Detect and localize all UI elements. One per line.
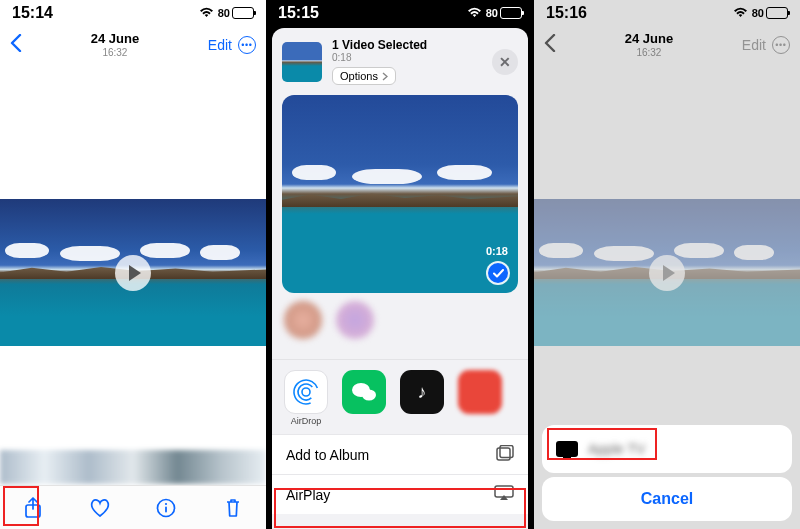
svg-point-6: [291, 377, 321, 407]
svg-point-8: [362, 390, 376, 401]
airplay-device[interactable]: Apple TV: [542, 431, 792, 467]
clock: 15:14: [12, 4, 53, 22]
heart-icon[interactable]: [88, 496, 112, 520]
back-button[interactable]: [10, 34, 22, 56]
airplay-icon: [494, 485, 514, 504]
battery-pct: 80: [486, 7, 498, 19]
album-icon: [496, 445, 514, 464]
share-icon[interactable]: [21, 496, 45, 520]
app-label: AirDrop: [284, 416, 328, 426]
device-name: Apple TV: [588, 441, 645, 457]
bottom-toolbar: [0, 485, 266, 529]
battery-indicator: 80: [486, 7, 522, 19]
wifi-icon: [467, 4, 482, 22]
share-apps-row: AirDrop ♪: [272, 359, 528, 434]
app-wechat[interactable]: [342, 370, 386, 426]
wifi-icon: [199, 4, 214, 22]
svg-point-5: [295, 381, 317, 403]
svg-point-2: [165, 502, 167, 504]
filmstrip-thumbnails[interactable]: [0, 450, 266, 484]
row-add-to-album[interactable]: Add to Album: [272, 434, 528, 474]
play-icon[interactable]: [115, 255, 151, 291]
options-button[interactable]: Options: [332, 67, 396, 85]
share-sheet: 1 Video Selected 0:18 Options ✕ 0:18 Air…: [272, 28, 528, 529]
row-label: AirPlay: [286, 487, 330, 503]
info-icon[interactable]: [154, 496, 178, 520]
appletv-icon: [556, 441, 578, 457]
selected-title: 1 Video Selected: [332, 38, 482, 52]
trash-icon[interactable]: [221, 496, 245, 520]
status-bar: 15:14 80: [0, 0, 266, 26]
nav-bar: 24 June 16:32 Edit •••: [0, 26, 266, 64]
battery-indicator: 80: [218, 7, 254, 19]
share-contacts-row[interactable]: [284, 301, 528, 353]
nav-title: 24 June 16:32: [91, 32, 139, 57]
edit-button[interactable]: Edit: [208, 37, 232, 53]
status-right: 80: [467, 4, 522, 22]
row-label: Add to Album: [286, 447, 369, 463]
more-button[interactable]: •••: [238, 36, 256, 54]
selected-duration: 0:18: [332, 52, 482, 63]
selected-thumbnail: [282, 42, 322, 82]
battery-pct: 80: [218, 7, 230, 19]
clock: 15:15: [278, 4, 319, 22]
airplay-device-list: Apple TV: [542, 425, 792, 473]
screenshot-share-sheet: 15:15 80 1 Video Selected 0:18 Options ✕…: [266, 0, 534, 529]
close-button[interactable]: ✕: [492, 49, 518, 75]
cancel-button[interactable]: Cancel: [542, 477, 792, 521]
svg-rect-3: [165, 506, 167, 512]
video-preview[interactable]: [0, 199, 266, 346]
selected-check-icon[interactable]: [488, 263, 508, 283]
preview-duration: 0:18: [486, 245, 508, 257]
nav-subtime: 16:32: [91, 47, 139, 58]
svg-point-4: [302, 388, 310, 396]
app-tiktok[interactable]: ♪: [400, 370, 444, 426]
status-bar: 15:15 80: [266, 0, 534, 26]
nav-date: 24 June: [91, 32, 139, 46]
screenshot-photos-viewer: 15:14 80 24 June 16:32 Edit •••: [0, 0, 266, 529]
preview-card[interactable]: 0:18: [282, 95, 518, 293]
screenshot-airplay-picker: 15:16 80 24 June 16:32 Edit ••• Apple TV: [534, 0, 800, 529]
app-airdrop[interactable]: AirDrop: [284, 370, 328, 426]
status-right: 80: [199, 4, 254, 22]
row-airplay[interactable]: AirPlay: [272, 474, 528, 514]
share-header: 1 Video Selected 0:18 Options ✕: [272, 28, 528, 95]
app-more[interactable]: [458, 370, 502, 426]
